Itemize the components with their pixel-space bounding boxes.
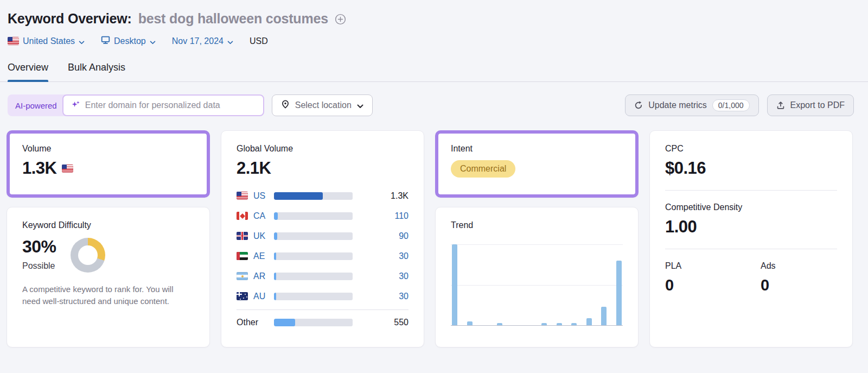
country-volume-bar-fill [274,273,276,280]
sparkle-icon [71,100,80,111]
column-cpc: CPC $0.16 Competitive Density 1.00 PLA 0… [649,130,853,347]
country-volume-value[interactable]: 90 [399,231,409,241]
page-title: Keyword Overview: [8,11,132,27]
country-code-link[interactable]: AR [253,271,269,281]
country-code-link[interactable]: AE [253,251,269,261]
country-volume-bar-fill [274,192,323,200]
trend-bar [452,244,457,325]
trend-bar [586,318,592,325]
ar-flag-icon [237,272,248,280]
intent-card: Intent Commercial [435,130,639,198]
trend-bar [467,321,473,325]
trend-bar [571,323,577,325]
country-filter[interactable]: United States [8,36,85,47]
domain-input[interactable] [85,100,256,110]
country-volume-bar [274,192,353,200]
global-volume-value: 2.1K [237,159,409,178]
country-volume-bar [274,252,353,260]
export-pdf-button[interactable]: Export to PDF [767,94,854,116]
ads-value: 0 [761,276,837,294]
country-code-link[interactable]: CA [253,211,269,221]
metric-cards: Volume 1.3K Keyword Difficulty 30% Possi… [0,130,868,347]
column-global-volume: Global Volume 2.1K US1.3KCA110UK90AE30AR… [221,130,424,347]
pla-block: PLA 0 [665,261,761,294]
tab-overview[interactable]: Overview [8,62,48,81]
keyword-difficulty-card: Keyword Difficulty 30% Possible A compet… [7,207,210,347]
ca-flag-icon [237,212,248,220]
kd-percent: 30% [22,237,56,257]
uk-flag-icon [237,232,248,240]
ads-title: Ads [761,261,837,271]
export-pdf-label: Export to PDF [790,100,845,110]
ads-block: Ads 0 [761,261,837,294]
update-metrics-button[interactable]: Update metrics 0/1,000 [625,94,758,116]
device-filter-label: Desktop [114,36,146,46]
country-code-link[interactable]: AU [253,292,269,301]
competitive-density-title: Competitive Density [665,203,837,212]
trend-chart [451,244,623,326]
country-volume-value[interactable]: 110 [394,211,409,221]
volume-title: Volume [22,144,194,154]
update-metrics-label: Update metrics [648,100,707,110]
toolbar-right: Update metrics 0/1,000 Export to PDF [625,94,854,116]
ai-input-group: AI-powered [8,94,264,116]
kd-description: A competitive keyword to rank for. You w… [22,283,188,307]
location-pin-icon [281,100,290,111]
tab-bulk-analysis[interactable]: Bulk Analysis [68,62,125,81]
date-filter-label: Nov 17, 2024 [172,36,224,46]
tab-bar: Overview Bulk Analysis [0,62,868,82]
country-code-link[interactable]: UK [253,231,269,241]
trend-card: Trend [435,207,639,347]
ai-powered-badge: AI-powered [8,94,66,116]
header: Keyword Overview: best dog halloween cos… [0,0,868,47]
ae-flag-icon [237,252,248,260]
us-flag-icon [62,165,73,173]
select-location-label: Select location [295,100,352,110]
global-volume-rows: US1.3KCA110UK90AE30AR30AU30 [237,186,409,306]
cpc-card: CPC $0.16 Competitive Density 1.00 PLA 0… [649,130,853,347]
trend-bar [601,307,607,325]
au-flag-icon [237,292,248,300]
global-volume-row: AE30 [237,246,409,266]
desktop-icon [101,35,110,47]
chevron-down-icon [79,37,85,47]
update-quota-badge: 0/1,000 [712,99,750,111]
trend-bars [451,244,623,325]
kd-donut-chart [71,238,105,273]
domain-input-wrap [62,94,264,116]
other-bar-fill [274,319,295,326]
country-volume-bar-fill [274,232,277,240]
toolbar-left: AI-powered Select location [8,94,373,116]
chevron-down-icon [357,101,363,111]
chevron-down-icon [150,37,156,47]
global-volume-row: AR30 [237,266,409,286]
country-code-link[interactable]: US [253,191,269,201]
device-filter[interactable]: Desktop [101,35,156,47]
global-volume-row: AU30 [237,286,409,306]
country-volume-value[interactable]: 30 [399,251,409,261]
global-volume-other-row: Other 550 [237,312,409,332]
global-volume-row: UK90 [237,226,409,246]
country-volume-value[interactable]: 30 [399,292,409,301]
country-volume-bar [274,212,353,220]
pla-ads-row: PLA 0 Ads 0 [665,261,837,294]
global-volume-row: US1.3K [237,186,409,206]
country-volume-value: 1.3K [391,191,409,201]
country-volume-value[interactable]: 30 [399,271,409,281]
select-location-dropdown[interactable]: Select location [272,94,373,116]
divider [237,309,409,310]
refresh-icon [634,101,643,110]
title-row: Keyword Overview: best dog halloween cos… [8,11,854,27]
add-keyword-icon[interactable] [335,14,346,25]
kd-level: Possible [22,261,56,271]
other-bar [274,319,353,326]
column-volume: Volume 1.3K Keyword Difficulty 30% Possi… [7,130,210,347]
date-filter[interactable]: Nov 17, 2024 [172,36,233,47]
global-volume-card: Global Volume 2.1K US1.3KCA110UK90AE30AR… [221,130,424,347]
country-volume-bar-fill [274,293,276,300]
trend-bar [541,323,547,325]
pla-title: PLA [665,261,761,271]
keyword-difficulty-title: Keyword Difficulty [22,220,194,230]
country-filter-label: United States [23,36,75,46]
toolbar: AI-powered Select location Update metric… [0,94,868,116]
